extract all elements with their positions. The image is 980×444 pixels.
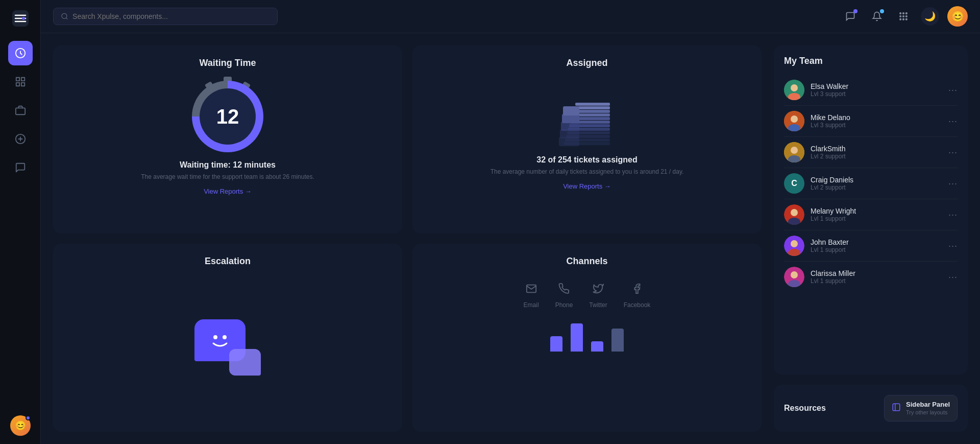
- member-menu-elsa[interactable]: ···: [948, 85, 958, 96]
- app-logo[interactable]: [10, 8, 31, 29]
- assigned-title: Assigned: [425, 58, 749, 68]
- member-role-clarissa: Lvl 1 support: [811, 277, 942, 285]
- waiting-time-panel: Waiting Time 12 Waiting time: 12 minutes…: [53, 45, 402, 233]
- channel-facebook[interactable]: Facebook: [624, 283, 651, 309]
- svg-point-18: [906, 13, 908, 14]
- svg-point-42: [213, 335, 217, 339]
- member-menu-john[interactable]: ···: [948, 241, 958, 251]
- svg-point-20: [903, 16, 904, 17]
- member-avatar-melany: [784, 204, 804, 225]
- member-name-clarissa: Clarissa Miller: [811, 269, 942, 277]
- email-bar: [550, 336, 562, 352]
- svg-point-51: [791, 147, 798, 154]
- svg-point-4: [22, 17, 25, 20]
- channel-phone[interactable]: Phone: [555, 283, 573, 309]
- twitter-label: Twitter: [589, 301, 607, 309]
- waiting-time-desc: The average wait time for the support te…: [141, 173, 314, 181]
- member-menu-mike[interactable]: ···: [948, 116, 958, 127]
- svg-rect-6: [16, 78, 19, 81]
- team-member-clark: ClarkSmith Lvl 2 support ···: [784, 137, 958, 168]
- member-avatar-craig: C: [784, 173, 804, 194]
- stacked-papers-svg: [554, 81, 620, 147]
- svg-rect-36: [575, 103, 610, 106]
- svg-rect-41: [563, 106, 579, 115]
- assigned-desc: The average number of daily tickets assi…: [491, 168, 684, 176]
- escalation-title: Escalation: [65, 256, 390, 267]
- sidebar-item-briefcase[interactable]: [8, 98, 33, 123]
- member-info-melany: Melany Wright Lvl 1 support: [811, 207, 942, 222]
- smiley-face: [207, 330, 233, 350]
- member-menu-clark[interactable]: ···: [948, 147, 958, 158]
- my-team-panel: My Team Elsa Walker Lvl 3 support ···: [774, 45, 968, 375]
- svg-point-22: [900, 19, 901, 20]
- svg-point-14: [62, 13, 67, 18]
- search-input[interactable]: [72, 12, 270, 20]
- channels-title: Channels: [425, 256, 749, 267]
- member-menu-clarissa[interactable]: ···: [948, 272, 958, 283]
- chat-badge: [853, 9, 857, 13]
- sidebar-item-chat[interactable]: [8, 155, 33, 180]
- channel-email[interactable]: Email: [524, 283, 539, 309]
- member-avatar-mike: [784, 111, 804, 131]
- svg-point-43: [223, 335, 227, 339]
- sidebar-panel-btn-text: Sidebar Panel Try other layouts: [906, 401, 950, 416]
- twitter-icon: [593, 283, 604, 297]
- assigned-view-reports[interactable]: View Reports →: [563, 182, 611, 190]
- member-name-craig: Craig Daniels: [811, 176, 942, 184]
- svg-point-16: [900, 13, 901, 14]
- stopwatch-illustration: 12: [192, 81, 263, 152]
- svg-rect-10: [15, 108, 24, 114]
- member-avatar-clark: [784, 142, 804, 162]
- bell-icon[interactable]: [868, 7, 886, 26]
- member-role-craig: Lvl 2 support: [811, 184, 942, 191]
- right-sidebar: My Team Elsa Walker Lvl 3 support ···: [774, 45, 968, 432]
- sidebar-panel-button[interactable]: Sidebar Panel Try other layouts: [884, 395, 958, 422]
- twitter-bar: [591, 341, 603, 352]
- sidebar: 😊: [0, 0, 41, 444]
- member-role-john: Lvl 1 support: [811, 246, 942, 253]
- member-info-elsa: Elsa Walker Lvl 3 support: [811, 82, 942, 98]
- member-info-craig: Craig Daniels Lvl 2 support: [811, 176, 942, 191]
- chat-header-icon[interactable]: [841, 7, 860, 26]
- member-name-mike: Mike Delano: [811, 113, 942, 122]
- member-menu-craig[interactable]: ···: [948, 178, 958, 189]
- search-bar[interactable]: [53, 8, 278, 25]
- user-avatar-header[interactable]: 😊: [947, 6, 968, 27]
- escalation-illustration: [194, 275, 261, 419]
- apps-icon[interactable]: [894, 7, 913, 26]
- member-avatar-john: [784, 236, 804, 256]
- svg-rect-8: [16, 83, 19, 86]
- member-name-john: John Baxter: [811, 238, 942, 246]
- member-role-clark: Lvl 2 support: [811, 153, 942, 160]
- facebook-icon: [631, 283, 643, 297]
- channels-bars: [425, 321, 749, 352]
- sidebar-item-grid[interactable]: [8, 69, 33, 94]
- avatar-notification-badge: [26, 415, 31, 420]
- sidebar-item-dashboard[interactable]: [8, 41, 33, 65]
- svg-point-19: [900, 16, 901, 17]
- assigned-stat: 32 of 254 tickets assigned: [536, 155, 637, 165]
- waiting-time-view-reports[interactable]: View Reports →: [204, 188, 252, 195]
- team-member-john: John Baxter Lvl 1 support ···: [784, 230, 958, 262]
- email-label: Email: [524, 301, 539, 309]
- svg-line-15: [66, 18, 67, 19]
- escalation-panel: Escalation: [53, 244, 402, 432]
- member-role-melany: Lvl 1 support: [811, 215, 942, 222]
- team-member-elsa: Elsa Walker Lvl 3 support ···: [784, 75, 958, 106]
- header-actions: 🌙 😊: [841, 6, 968, 27]
- facebook-label: Facebook: [624, 301, 651, 309]
- user-avatar-sidebar[interactable]: 😊: [10, 415, 31, 436]
- email-icon: [526, 283, 537, 297]
- channel-twitter[interactable]: Twitter: [589, 283, 607, 309]
- member-menu-melany[interactable]: ···: [948, 209, 958, 220]
- panels-grid: Waiting Time 12 Waiting time: 12 minutes…: [53, 45, 762, 432]
- member-info-clarissa: Clarissa Miller Lvl 1 support: [811, 269, 942, 285]
- stopwatch-outer: 12: [192, 81, 263, 152]
- sidebar-item-ticket[interactable]: [8, 127, 33, 151]
- theme-toggle[interactable]: 🌙: [921, 7, 939, 26]
- svg-rect-35: [574, 106, 610, 109]
- assigned-panel: Assigned: [412, 45, 762, 233]
- content-area: Waiting Time 12 Waiting time: 12 minutes…: [41, 33, 980, 444]
- svg-point-17: [903, 13, 904, 14]
- phone-icon: [558, 283, 570, 297]
